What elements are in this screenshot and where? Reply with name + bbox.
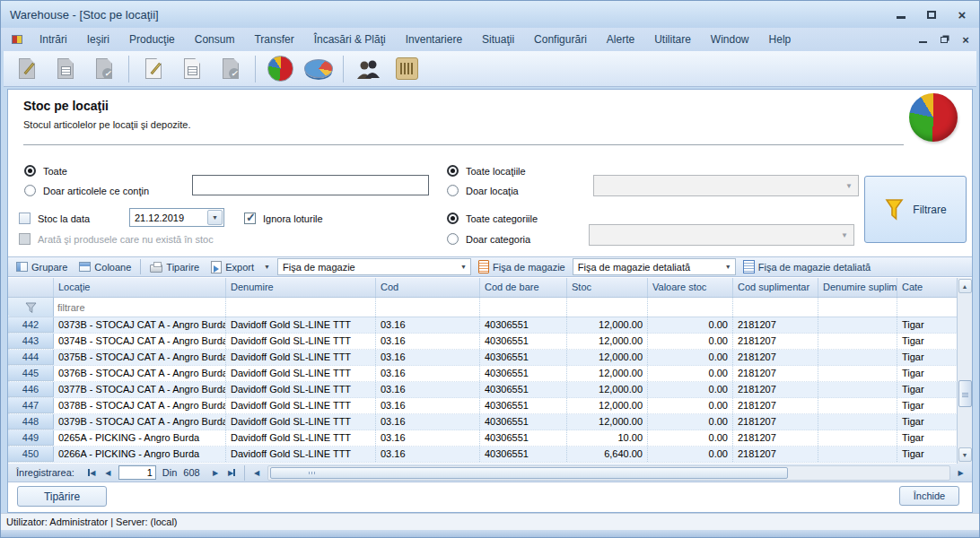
column-header-categorie[interactable]: Cate	[897, 278, 957, 297]
vertical-scrollbar[interactable]: ▲ ▼	[957, 278, 972, 464]
cell-cod-de-bare[interactable]: 40306551	[480, 334, 567, 349]
cell-cod-de-bare[interactable]: 40306551	[480, 430, 567, 446]
column-header-stoc[interactable]: Stoc	[567, 278, 648, 297]
cell-locatie[interactable]: 0377B - STOCAJ CAT A - Angro Burda	[54, 382, 226, 397]
edit-document-disabled-button[interactable]	[11, 54, 43, 84]
maximize-button[interactable]	[923, 9, 940, 21]
validate-document-disabled-button[interactable]: ✓	[88, 54, 120, 84]
cell-categorie[interactable]: Tigar	[897, 398, 957, 413]
fisa-detaliata-combobox[interactable]: Fişa de magazie detaliată▼	[573, 258, 736, 275]
export-button[interactable]: Export ▼	[206, 259, 275, 275]
filter-only-location[interactable]: Doar locaţia	[447, 185, 519, 196]
cell-locatie[interactable]: 0375B - STOCAJ CAT A - Angro Burda	[54, 350, 226, 365]
cell-locatie[interactable]: 0266A - PICKING - Angro Burda	[54, 447, 226, 462]
cell-categorie[interactable]: Tigar	[897, 414, 957, 430]
cell-denumire[interactable]: Davidoff Gold SL-LINE TTT	[226, 414, 376, 430]
row-number[interactable]: 445	[8, 366, 54, 381]
row-number[interactable]: 443	[8, 334, 54, 349]
table-row[interactable]: 442 0373B - STOCAJ CAT A - Angro Burda D…	[8, 317, 972, 334]
cell-valoare-stoc[interactable]: 0.00	[648, 398, 733, 413]
cell-valoare-stoc[interactable]: 0.00	[648, 447, 733, 462]
column-header-denumire-suplim[interactable]: Denumire suplim...	[818, 278, 897, 297]
filter-cell[interactable]	[733, 298, 818, 317]
list-document-button[interactable]	[176, 54, 208, 84]
mdi-close-button[interactable]: ×	[959, 34, 972, 45]
column-header-locatie[interactable]: Locaţie	[54, 278, 226, 297]
horizontal-scrollbar[interactable]	[267, 465, 950, 481]
inchide-button[interactable]: Închide	[899, 486, 959, 506]
cell-stoc[interactable]: 12,000.00	[567, 366, 648, 381]
tiparire-button[interactable]: Tiparire	[145, 260, 204, 274]
radio-toate[interactable]	[24, 165, 36, 177]
cell-locatie[interactable]: 0379B - STOCAJ CAT A - Angro Burda	[54, 414, 226, 430]
contains-text-input[interactable]	[192, 175, 429, 195]
location-combobox[interactable]: ▼	[593, 175, 859, 196]
cell-cod-suplimentar[interactable]: 2181207	[733, 414, 818, 430]
checkbox-arata-produsele[interactable]	[19, 233, 31, 245]
table-row[interactable]: 447 0378B - STOCAJ CAT A - Angro Burda D…	[8, 398, 972, 414]
filter-cell[interactable]	[648, 298, 733, 317]
filter-input[interactable]	[57, 302, 222, 313]
column-header-cod[interactable]: Cod	[376, 278, 480, 297]
menu-situatii[interactable]: Situaţii	[472, 30, 524, 49]
cell-locatie[interactable]: 0373B - STOCAJ CAT A - Angro Burda	[54, 317, 226, 333]
filter-ignore-lots[interactable]: Ignora loturile	[244, 213, 323, 224]
row-number[interactable]: 446	[8, 382, 54, 397]
table-row[interactable]: 445 0376B - STOCAJ CAT A - Angro Burda D…	[8, 366, 972, 382]
edit-document-button[interactable]	[137, 54, 170, 84]
column-header-cod-suplimentar[interactable]: Cod suplimentar	[733, 278, 818, 297]
cell-cod[interactable]: 03.16	[376, 447, 480, 462]
cell-cod[interactable]: 03.16	[376, 350, 480, 365]
cell-stoc[interactable]: 6,640.00	[567, 447, 648, 462]
fisa-detaliata-button[interactable]: Fişa de magazie detaliată	[739, 258, 875, 275]
cell-denumire-supl[interactable]	[818, 382, 897, 397]
cell-categorie[interactable]: Tigar	[897, 366, 957, 381]
cell-cod-de-bare[interactable]: 40306551	[480, 447, 567, 462]
radio-toate-locatiile[interactable]	[447, 165, 459, 177]
cell-stoc[interactable]: 12,000.00	[567, 398, 648, 413]
cell-cod-de-bare[interactable]: 40306551	[480, 317, 567, 333]
cell-valoare-stoc[interactable]: 0.00	[648, 366, 733, 381]
filter-all-categories[interactable]: Toate categoriile	[447, 213, 538, 224]
checkbox-ignora-loturile[interactable]	[244, 213, 256, 224]
cell-denumire-supl[interactable]	[818, 430, 897, 446]
table-row[interactable]: 443 0374B - STOCAJ CAT A - Angro Burda D…	[8, 334, 972, 350]
vertical-scroll-thumb[interactable]	[958, 380, 972, 407]
cell-cod[interactable]: 03.16	[376, 317, 480, 333]
last-record-button[interactable]: ▶	[224, 466, 240, 480]
filter-stock-at-date[interactable]: Stoc la data	[19, 213, 90, 224]
coloane-button[interactable]: Coloane	[74, 260, 136, 274]
radio-doar-categoria[interactable]	[447, 233, 459, 245]
cell-cod[interactable]: 03.16	[376, 366, 480, 381]
cell-denumire-supl[interactable]	[818, 317, 897, 333]
cell-cod-suplimentar[interactable]: 2181207	[733, 398, 818, 413]
users-button[interactable]	[352, 54, 384, 84]
cell-cod-suplimentar[interactable]: 2181207	[733, 430, 818, 446]
cell-stoc[interactable]: 12,000.00	[567, 350, 648, 365]
cell-categorie[interactable]: Tigar	[897, 447, 957, 462]
next-record-button[interactable]: ▶	[208, 466, 223, 480]
menu-transfer[interactable]: Transfer	[244, 30, 303, 49]
cell-denumire-supl[interactable]	[818, 334, 897, 349]
cell-denumire[interactable]: Davidoff Gold SL-LINE TTT	[226, 398, 376, 413]
date-picker[interactable]: 21.12.2019 ▼	[129, 208, 224, 227]
cell-cod-suplimentar[interactable]: 2181207	[733, 317, 818, 333]
scroll-down-icon[interactable]: ▼	[958, 447, 972, 462]
date-dropdown-icon[interactable]: ▼	[207, 210, 223, 225]
filter-all-items[interactable]: Toate	[24, 165, 67, 177]
row-number[interactable]: 447	[8, 398, 54, 413]
prev-record-button[interactable]: ◀	[101, 466, 116, 480]
pie-3d-report-button[interactable]	[302, 54, 335, 84]
hscroll-left-icon[interactable]: ◀	[249, 466, 265, 480]
cell-valoare-stoc[interactable]: 0.00	[648, 350, 733, 365]
row-number[interactable]: 448	[8, 414, 54, 430]
cell-denumire-supl[interactable]	[818, 398, 897, 413]
cell-denumire[interactable]: Davidoff Gold SL-LINE TTT	[226, 430, 376, 446]
cell-denumire-supl[interactable]	[818, 350, 897, 365]
filter-cell[interactable]	[480, 298, 567, 317]
cell-cod[interactable]: 03.16	[376, 398, 480, 413]
cell-cod[interactable]: 03.16	[376, 334, 480, 349]
cell-valoare-stoc[interactable]: 0.00	[648, 414, 733, 430]
cell-denumire-supl[interactable]	[818, 414, 897, 430]
validate-document-button[interactable]: ✓	[214, 54, 247, 84]
